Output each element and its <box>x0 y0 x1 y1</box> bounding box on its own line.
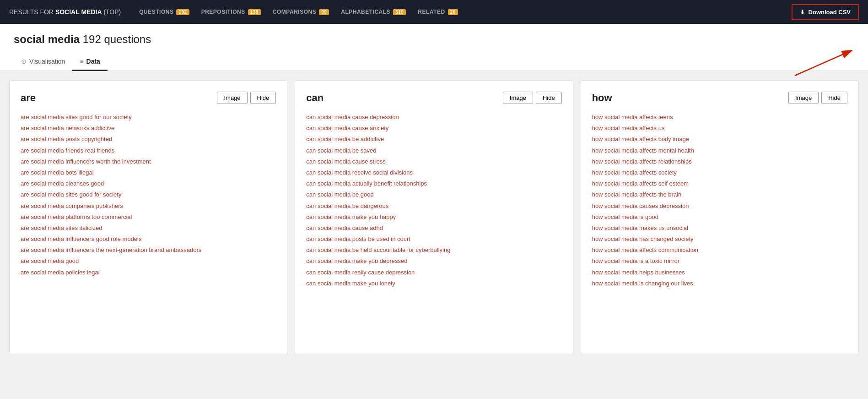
list-item[interactable]: can social media be dangerous <box>306 202 561 210</box>
list-item[interactable]: can social media cause stress <box>306 158 561 166</box>
how-image-button[interactable]: Image <box>788 92 819 104</box>
list-item[interactable]: can social media make you depressed <box>306 257 561 265</box>
nav-tab-label-comparisons: COMPARISONS <box>273 9 316 15</box>
nav-tab-alphabeticals[interactable]: ALPHABETICALS 519 <box>336 6 410 18</box>
list-item[interactable]: can social media cause adhd <box>306 224 561 232</box>
list-item[interactable]: are social media influencers the next-ge… <box>21 246 276 254</box>
column-are-buttons: Image Hide <box>217 92 276 104</box>
are-image-button[interactable]: Image <box>217 92 247 104</box>
list-item[interactable]: can social media be saved <box>306 147 561 155</box>
column-can-buttons: Image Hide <box>503 92 562 104</box>
list-item[interactable]: how social media affects communication <box>592 246 847 254</box>
list-item[interactable]: how social media affects the brain <box>592 191 847 199</box>
list-item[interactable]: how social media affects mental health <box>592 147 847 155</box>
how-keyword-list: how social media affects teenshow social… <box>592 113 847 288</box>
nav-tab-label-prepositions: PREPOSITIONS <box>201 9 245 15</box>
download-csv-button[interactable]: ⬇ Download CSV <box>792 4 859 20</box>
nav-tab-prepositions[interactable]: PREPOSITIONS 138 <box>197 6 265 18</box>
nav-badge-related: 20 <box>448 9 458 15</box>
list-item[interactable]: can social media be held accountable for… <box>306 246 561 254</box>
list-item[interactable]: can social media actually benefit relati… <box>306 180 561 188</box>
list-item[interactable]: are social media friends real friends <box>21 147 276 155</box>
columns-container: are Image Hide are social media sites go… <box>9 80 859 355</box>
list-item[interactable]: can social media cause depression <box>306 113 561 121</box>
list-item[interactable]: are social media cleanses good <box>21 180 276 188</box>
nav-tab-comparisons[interactable]: COMPARISONS 99 <box>268 6 334 18</box>
list-item[interactable]: can social media cause anxiety <box>306 124 561 132</box>
list-item[interactable]: how social media helps businesses <box>592 268 847 277</box>
list-item[interactable]: are social media good <box>21 257 276 265</box>
list-item[interactable]: are social media networks addictive <box>21 124 276 132</box>
list-item[interactable]: can social media posts be used in court <box>306 235 561 243</box>
list-item[interactable]: how social media affects relationships <box>592 158 847 166</box>
list-item[interactable]: are social media sites good for society <box>21 191 276 199</box>
page-title: social media 192 questions <box>14 33 854 46</box>
list-item[interactable]: how social media affects society <box>592 169 847 177</box>
can-hide-button[interactable]: Hide <box>536 92 562 104</box>
tab-visualisation[interactable]: ⊙ Visualisation <box>14 53 72 71</box>
list-item[interactable]: are social media companies publishers <box>21 202 276 210</box>
list-item[interactable]: can social media make you lonely <box>306 279 561 288</box>
list-item[interactable]: how social media is good <box>592 213 847 221</box>
view-tabs: ⊙ Visualisation ≡ Data <box>14 53 854 71</box>
list-item[interactable]: how social media affects body image <box>592 135 847 143</box>
visualisation-icon: ⊙ <box>21 58 27 65</box>
column-how: how Image Hide how social media affects … <box>581 80 859 355</box>
column-are-title: are <box>21 92 36 104</box>
nav-tab-questions[interactable]: QUESTIONS 192 <box>135 6 194 18</box>
top-navigation: RESULTS FOR SOCIAL MEDIA (TOP) QUESTIONS… <box>0 0 868 24</box>
nav-badge-prepositions: 138 <box>248 9 261 15</box>
list-item[interactable]: how social media affects teens <box>592 113 847 121</box>
list-item[interactable]: can social media make you happy <box>306 213 561 221</box>
list-item[interactable]: how social media has changed society <box>592 235 847 243</box>
nav-tab-related[interactable]: RELATED 20 <box>413 6 462 18</box>
list-item[interactable]: are social media bots illegal <box>21 169 276 177</box>
list-item[interactable]: how social media affects us <box>592 124 847 132</box>
column-can: can Image Hide can social media cause de… <box>295 80 573 355</box>
download-icon: ⬇ <box>800 9 805 16</box>
data-icon: ≡ <box>80 58 83 65</box>
list-item[interactable]: are social media sites good for our soci… <box>21 113 276 121</box>
nav-tab-label-related: RELATED <box>418 9 445 15</box>
main-content: are Image Hide are social media sites go… <box>0 71 868 364</box>
can-keyword-list: can social media cause depressioncan soc… <box>306 113 561 288</box>
list-item[interactable]: are social media policies legal <box>21 268 276 277</box>
nav-badge-comparisons: 99 <box>319 9 329 15</box>
column-are: are Image Hide are social media sites go… <box>9 80 287 355</box>
are-hide-button[interactable]: Hide <box>250 92 276 104</box>
nav-tab-label-questions: QUESTIONS <box>139 9 173 15</box>
can-image-button[interactable]: Image <box>503 92 533 104</box>
list-item[interactable]: can social media be good <box>306 191 561 199</box>
how-hide-button[interactable]: Hide <box>821 92 847 104</box>
list-item[interactable]: are social media influencers good role m… <box>21 235 276 243</box>
column-how-buttons: Image Hide <box>788 92 847 104</box>
column-are-header: are Image Hide <box>21 92 276 104</box>
page-header: social media 192 questions ⊙ Visualisati… <box>0 24 868 71</box>
column-can-header: can Image Hide <box>306 92 561 104</box>
list-item[interactable]: are social media sites italicized <box>21 224 276 232</box>
list-item[interactable]: how social media affects self esteem <box>592 180 847 188</box>
list-item[interactable]: are social media influencers worth the i… <box>21 158 276 166</box>
nav-tab-label-alphabeticals: ALPHABETICALS <box>341 9 390 15</box>
list-item[interactable]: can social media resolve social division… <box>306 169 561 177</box>
list-item[interactable]: can social media be addictive <box>306 135 561 143</box>
list-item[interactable]: are social media posts copyrighted <box>21 135 276 143</box>
list-item[interactable]: how social media is changing our lives <box>592 279 847 288</box>
list-item[interactable]: are social media platforms too commercia… <box>21 213 276 221</box>
results-label: RESULTS FOR SOCIAL MEDIA (TOP) <box>9 8 121 16</box>
list-item[interactable]: how social media is a toxic mirror <box>592 257 847 265</box>
list-item[interactable]: how social media causes depression <box>592 202 847 210</box>
nav-tabs: QUESTIONS 192PREPOSITIONS 138COMPARISONS… <box>135 6 791 18</box>
list-item[interactable]: can social media really cause depression <box>306 268 561 277</box>
nav-badge-alphabeticals: 519 <box>393 9 406 15</box>
column-how-title: how <box>592 92 612 104</box>
nav-badge-questions: 192 <box>176 9 189 15</box>
column-can-title: can <box>306 92 323 104</box>
list-item[interactable]: how social media makes us unsocial <box>592 224 847 232</box>
tab-data[interactable]: ≡ Data <box>72 53 108 71</box>
are-keyword-list: are social media sites good for our soci… <box>21 113 276 277</box>
column-how-header: how Image Hide <box>592 92 847 104</box>
